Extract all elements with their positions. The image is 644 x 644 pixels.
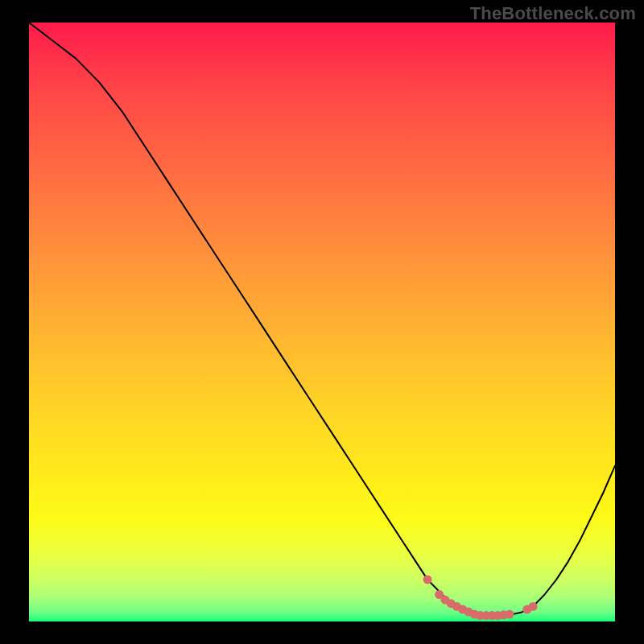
highlight-dot — [423, 575, 432, 584]
chart-frame: TheBottleneck.com — [0, 0, 644, 644]
curve-layer — [29, 23, 615, 621]
bottleneck-curve-path — [29, 23, 615, 616]
watermark-text: TheBottleneck.com — [470, 3, 636, 24]
plot-area — [29, 23, 615, 621]
highlight-dot — [529, 602, 538, 611]
highlight-dot — [506, 610, 514, 619]
